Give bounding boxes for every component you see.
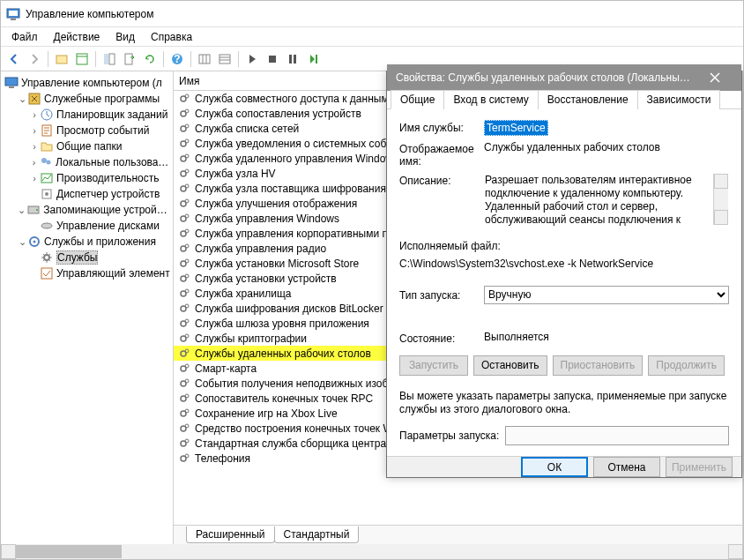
menu-action[interactable]: Действие <box>47 29 108 45</box>
expand-icon[interactable]: › <box>29 173 40 183</box>
start-service-button[interactable]: Запустить <box>399 355 468 376</box>
export-button[interactable] <box>120 49 139 69</box>
tree-item[interactable]: ⌄Служебные программы <box>3 91 171 107</box>
service-name: Служба управления Windows <box>195 213 339 225</box>
expand-icon[interactable]: ⌄ <box>17 205 26 216</box>
back-button[interactable] <box>4 49 24 69</box>
start-button[interactable] <box>242 49 262 69</box>
apply-button[interactable]: Применить <box>666 457 733 477</box>
service-name: Служба улучшения отображения <box>195 198 357 210</box>
tab-dependencies[interactable]: Зависимости <box>637 90 721 109</box>
menu-file[interactable]: Файл <box>4 29 45 45</box>
menu-help[interactable]: Справка <box>144 29 199 45</box>
tree-item[interactable]: ›Производительность <box>3 170 171 186</box>
help-button[interactable]: ? <box>167 49 187 69</box>
expand-icon[interactable]: › <box>29 141 40 152</box>
pause-button[interactable] <box>283 49 302 69</box>
restart-button[interactable] <box>303 49 323 69</box>
forward-button[interactable] <box>25 49 44 69</box>
scroll-right-button[interactable] <box>728 544 743 559</box>
svg-point-28 <box>41 223 52 228</box>
stop-service-button[interactable]: Остановить <box>473 355 547 376</box>
svg-point-74 <box>185 394 189 398</box>
expand-icon[interactable]: › <box>29 109 40 120</box>
hscrollbar[interactable] <box>1 544 743 559</box>
service-name-value[interactable]: TermService <box>484 120 548 136</box>
tree-item[interactable]: Управление дисками <box>3 218 171 234</box>
service-icon <box>177 197 191 211</box>
pause-service-button[interactable]: Приостановить <box>553 355 644 376</box>
tree-item[interactable]: ›Просмотр событий <box>3 123 171 138</box>
service-name: Служба удаленного управления Windows <box>195 153 398 165</box>
tree-item[interactable]: ›Общие папки <box>3 138 171 154</box>
service-icon <box>177 392 191 406</box>
tab-logon[interactable]: Вход в систему <box>443 90 538 109</box>
up-button[interactable] <box>52 49 71 69</box>
tree-item[interactable]: ⌄Службы и приложения <box>3 234 171 250</box>
service-icon <box>177 272 191 286</box>
svg-point-66 <box>185 334 189 338</box>
exe-label: Исполняемый файл: <box>399 240 729 252</box>
description-scrollbar[interactable] <box>713 174 728 225</box>
column-name[interactable]: Имя <box>179 75 199 87</box>
properties-button[interactable] <box>72 49 92 69</box>
resume-service-button[interactable]: Продолжить <box>648 355 725 376</box>
scroll-up-button[interactable] <box>714 174 728 189</box>
menu-view[interactable]: Вид <box>108 29 142 45</box>
tree-item-label: Общие папки <box>56 140 122 153</box>
svg-point-44 <box>185 169 189 173</box>
svg-rect-15 <box>316 55 317 63</box>
service-icon <box>177 377 191 391</box>
tree-item[interactable]: Службы <box>3 250 171 265</box>
tree-item[interactable]: Диспетчер устройств <box>3 186 171 202</box>
svg-point-68 <box>185 349 189 353</box>
service-icon <box>177 122 191 136</box>
columns-button[interactable] <box>195 49 214 69</box>
expand-icon[interactable]: › <box>29 125 40 136</box>
refresh-button[interactable] <box>140 49 160 69</box>
svg-point-54 <box>185 244 189 248</box>
dialog-buttons: ОК Отмена Применить <box>387 456 741 477</box>
svg-text:?: ? <box>174 53 180 65</box>
scroll-left-button[interactable] <box>1 544 16 559</box>
nav-tree[interactable]: Управление компьютером (л ⌄Служебные про… <box>1 71 174 544</box>
dialog-titlebar[interactable]: Свойства: Службы удаленных рабочих столо… <box>387 71 741 86</box>
service-icon <box>177 407 191 421</box>
svg-point-70 <box>185 364 189 368</box>
tree-item-label: Запоминающие устройства <box>43 204 171 216</box>
filter-button[interactable] <box>215 49 234 69</box>
service-icon <box>177 452 191 466</box>
expand-icon[interactable]: ⌄ <box>17 93 27 105</box>
tab-standard[interactable]: Стандартный <box>274 526 360 543</box>
tab-recovery[interactable]: Восстановление <box>538 90 638 109</box>
scroll-thumb[interactable] <box>16 545 122 558</box>
svg-point-76 <box>185 409 189 413</box>
stop-button[interactable] <box>263 49 282 69</box>
tree-item-label: Просмотр событий <box>56 124 149 137</box>
svg-point-31 <box>44 255 49 260</box>
tree-root[interactable]: Управление компьютером (л <box>3 75 171 91</box>
expand-icon[interactable]: ⌄ <box>17 236 27 248</box>
show-hide-button[interactable] <box>100 49 119 69</box>
tree-item[interactable]: ⌄Запоминающие устройства <box>3 202 171 218</box>
tree-item[interactable]: ›Локальные пользователи <box>3 154 171 170</box>
svg-point-21 <box>41 158 47 163</box>
cancel-button[interactable]: Отмена <box>593 457 660 477</box>
tree-item[interactable]: Управляющий элемент <box>3 265 171 281</box>
svg-point-72 <box>185 379 189 383</box>
tab-extended[interactable]: Расширенный <box>186 526 275 543</box>
svg-rect-2 <box>11 19 16 20</box>
ok-button[interactable]: ОК <box>521 457 588 477</box>
expand-icon[interactable]: › <box>29 157 39 168</box>
startup-type-combo[interactable]: Вручную <box>484 286 729 304</box>
service-name: Служба шлюза уровня приложения <box>195 317 369 330</box>
tree-item[interactable]: ›Планировщик заданий <box>3 107 171 123</box>
svg-point-42 <box>185 154 189 158</box>
svg-rect-10 <box>199 55 210 63</box>
svg-point-48 <box>185 199 189 203</box>
dialog-tabs: Общие Вход в систему Восстановление Зави… <box>387 86 741 109</box>
params-input[interactable] <box>505 426 729 445</box>
svg-rect-6 <box>109 54 115 64</box>
scroll-down-button[interactable] <box>714 210 728 225</box>
tab-general[interactable]: Общие <box>391 90 444 109</box>
